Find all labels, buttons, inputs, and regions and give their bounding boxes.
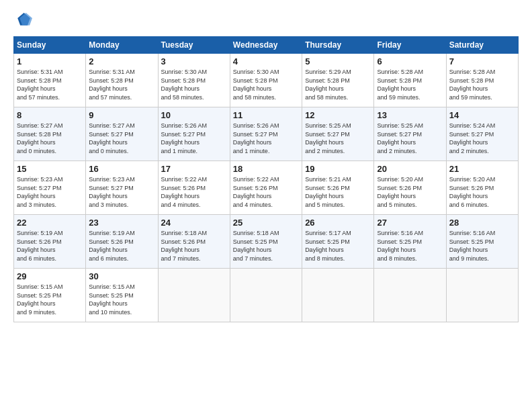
daylight-label: Daylight hours: [449, 193, 488, 199]
calendar: SundayMondayTuesdayWednesdayThursdayFrid…: [13, 36, 519, 322]
daylight-label: Daylight hours: [305, 193, 344, 199]
day-number: 14: [449, 110, 515, 120]
dow-header: Monday: [86, 37, 158, 54]
sunset-text: Sunset: 5:25 PM: [377, 238, 422, 245]
day-info: Sunrise: 5:19 AMSunset: 5:26 PMDaylight …: [17, 229, 83, 263]
daylight-minutes: and 4 minutes.: [233, 201, 273, 208]
calendar-cell: 3Sunrise: 5:30 AMSunset: 5:28 PMDaylight…: [158, 54, 230, 107]
sunrise-text: Sunrise: 5:16 AM: [377, 230, 423, 236]
daylight-label: Daylight hours: [377, 85, 416, 92]
sunrise-text: Sunrise: 5:17 AM: [305, 230, 351, 236]
day-info: Sunrise: 5:26 AMSunset: 5:27 PMDaylight …: [233, 122, 299, 155]
sunrise-text: Sunrise: 5:25 AM: [377, 122, 423, 129]
day-info: Sunrise: 5:23 AMSunset: 5:27 PMDaylight …: [17, 175, 83, 209]
sunrise-text: Sunrise: 5:26 AM: [233, 122, 279, 129]
daylight-label: Daylight hours: [161, 193, 200, 199]
daylight-minutes: and 6 minutes.: [449, 201, 489, 208]
day-info: Sunrise: 5:20 AMSunset: 5:26 PMDaylight …: [449, 175, 515, 209]
sunset-text: Sunset: 5:27 PM: [89, 131, 134, 138]
day-number: 24: [161, 218, 227, 228]
sunrise-text: Sunrise: 5:19 AM: [17, 230, 63, 236]
daylight-minutes: and 9 minutes.: [449, 255, 489, 262]
calendar-cell: 11Sunrise: 5:26 AMSunset: 5:27 PMDayligh…: [230, 107, 302, 161]
day-number: 21: [449, 164, 515, 174]
calendar-week-row: 8Sunrise: 5:27 AMSunset: 5:28 PMDaylight…: [14, 107, 519, 161]
daylight-label: Daylight hours: [377, 139, 416, 146]
day-info: Sunrise: 5:20 AMSunset: 5:26 PMDaylight …: [377, 175, 443, 209]
day-number: 5: [305, 56, 371, 66]
daylight-minutes: and 8 minutes.: [305, 255, 345, 262]
sunrise-text: Sunrise: 5:27 AM: [89, 122, 135, 129]
day-number: 4: [233, 56, 299, 66]
sunset-text: Sunset: 5:28 PM: [377, 77, 422, 84]
sunset-text: Sunset: 5:25 PM: [305, 238, 350, 245]
daylight-minutes: and 58 minutes.: [233, 94, 276, 101]
daylight-minutes: and 1 minute.: [233, 148, 270, 154]
sunrise-text: Sunrise: 5:24 AM: [449, 122, 496, 129]
dow-header: Friday: [374, 37, 446, 54]
calendar-cell: [302, 269, 374, 322]
sunrise-text: Sunrise: 5:27 AM: [17, 122, 63, 129]
calendar-cell: [158, 269, 230, 322]
sunset-text: Sunset: 5:27 PM: [305, 131, 350, 138]
calendar-cell: 2Sunrise: 5:31 AMSunset: 5:28 PMDaylight…: [86, 54, 158, 107]
daylight-label: Daylight hours: [17, 300, 56, 307]
daylight-minutes: and 9 minutes.: [17, 309, 56, 316]
day-number: 6: [377, 56, 443, 66]
day-info: Sunrise: 5:22 AMSunset: 5:26 PMDaylight …: [161, 175, 227, 209]
calendar-week-row: 29Sunrise: 5:15 AMSunset: 5:25 PMDayligh…: [14, 269, 519, 322]
sunset-text: Sunset: 5:28 PM: [17, 131, 62, 138]
daylight-minutes: and 3 minutes.: [89, 201, 128, 208]
calendar-cell: 10Sunrise: 5:26 AMSunset: 5:27 PMDayligh…: [158, 107, 230, 161]
day-number: 2: [89, 56, 154, 66]
daylight-label: Daylight hours: [89, 246, 128, 253]
daylight-label: Daylight hours: [449, 85, 488, 92]
dow-header: Sunday: [14, 37, 86, 54]
calendar-cell: 17Sunrise: 5:22 AMSunset: 5:26 PMDayligh…: [158, 161, 230, 215]
daylight-label: Daylight hours: [161, 85, 200, 92]
day-info: Sunrise: 5:16 AMSunset: 5:25 PMDaylight …: [377, 229, 443, 263]
daylight-label: Daylight hours: [233, 85, 272, 92]
calendar-cell: [230, 269, 302, 322]
calendar-cell: 26Sunrise: 5:17 AMSunset: 5:25 PMDayligh…: [302, 215, 374, 269]
calendar-cell: 27Sunrise: 5:16 AMSunset: 5:25 PMDayligh…: [374, 215, 446, 269]
sunrise-text: Sunrise: 5:15 AM: [17, 283, 63, 290]
sunrise-text: Sunrise: 5:30 AM: [161, 68, 208, 75]
day-number: 1: [17, 56, 83, 66]
day-number: 3: [161, 56, 227, 66]
day-number: 9: [89, 110, 154, 120]
daylight-minutes: and 57 minutes.: [89, 94, 132, 101]
sunrise-text: Sunrise: 5:22 AM: [161, 176, 208, 183]
days-of-week-row: SundayMondayTuesdayWednesdayThursdayFrid…: [14, 37, 519, 54]
day-info: Sunrise: 5:25 AMSunset: 5:27 PMDaylight …: [305, 122, 371, 155]
daylight-label: Daylight hours: [17, 85, 56, 92]
day-number: 27: [377, 218, 443, 228]
day-info: Sunrise: 5:27 AMSunset: 5:28 PMDaylight …: [17, 122, 83, 155]
sunrise-text: Sunrise: 5:18 AM: [233, 230, 279, 236]
sunrise-text: Sunrise: 5:15 AM: [89, 283, 135, 290]
calendar-cell: 22Sunrise: 5:19 AMSunset: 5:26 PMDayligh…: [14, 215, 86, 269]
day-number: 23: [89, 218, 154, 228]
day-info: Sunrise: 5:15 AMSunset: 5:25 PMDaylight …: [89, 283, 154, 316]
day-number: 15: [17, 164, 83, 174]
calendar-cell: 24Sunrise: 5:18 AMSunset: 5:26 PMDayligh…: [158, 215, 230, 269]
sunset-text: Sunset: 5:27 PM: [89, 185, 134, 191]
day-number: 29: [17, 271, 83, 281]
calendar-week-row: 1Sunrise: 5:31 AMSunset: 5:28 PMDaylight…: [14, 54, 519, 107]
sunrise-text: Sunrise: 5:31 AM: [89, 68, 135, 75]
daylight-minutes: and 2 minutes.: [449, 148, 489, 154]
daylight-label: Daylight hours: [161, 139, 200, 146]
calendar-cell: 28Sunrise: 5:16 AMSunset: 5:25 PMDayligh…: [446, 215, 518, 269]
sunset-text: Sunset: 5:28 PM: [233, 77, 278, 84]
sunset-text: Sunset: 5:28 PM: [89, 77, 134, 84]
day-number: 13: [377, 110, 443, 120]
sunrise-text: Sunrise: 5:30 AM: [233, 68, 279, 75]
daylight-minutes: and 6 minutes.: [89, 255, 128, 262]
sunset-text: Sunset: 5:27 PM: [233, 131, 278, 138]
daylight-minutes: and 59 minutes.: [377, 94, 420, 101]
daylight-minutes: and 2 minutes.: [305, 148, 345, 154]
day-number: 20: [377, 164, 443, 174]
daylight-label: Daylight hours: [89, 85, 128, 92]
sunrise-text: Sunrise: 5:16 AM: [449, 230, 496, 236]
calendar-cell: 30Sunrise: 5:15 AMSunset: 5:25 PMDayligh…: [86, 269, 158, 322]
